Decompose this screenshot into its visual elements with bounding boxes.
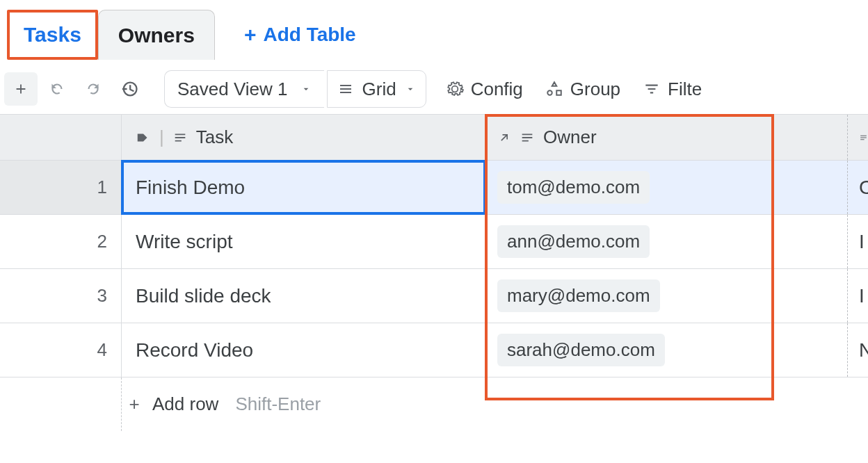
owner-chip: mary@demo.com — [497, 279, 660, 312]
tab-owners[interactable]: Owners — [98, 10, 215, 60]
task-value: Finish Demo — [136, 177, 245, 199]
rownum-cell: 2 — [0, 215, 122, 268]
chevron-down-icon — [300, 83, 312, 95]
add-row-hint: Shift-Enter — [235, 393, 321, 415]
add-table-button[interactable]: + Add Table — [234, 10, 366, 60]
saved-view-dropdown[interactable]: Saved View 1 — [164, 70, 324, 108]
rownum-cell: 1 — [0, 161, 122, 214]
rownum-value: 4 — [97, 339, 107, 361]
grid-header-row: | Task Owner — [0, 114, 868, 160]
group-label: Group — [570, 79, 620, 100]
owner-cell[interactable]: sarah@demo.com — [486, 323, 848, 377]
extra-cell[interactable]: I — [848, 215, 868, 268]
table-row[interactable]: 3 Build slide deck mary@demo.com I — [0, 268, 868, 323]
extra-value: N — [859, 339, 868, 362]
tab-tasks-label: Tasks — [24, 23, 81, 47]
owner-cell[interactable]: tom@demo.com — [486, 161, 848, 214]
undo-icon — [48, 80, 66, 98]
task-value: Record Video — [136, 339, 253, 362]
gear-icon — [446, 80, 464, 98]
add-row-footer[interactable]: + Add row Shift-Enter — [0, 377, 868, 431]
add-table-label: Add Table — [263, 24, 355, 46]
extra-column-header[interactable] — [848, 115, 868, 160]
table-row[interactable]: 1 Finish Demo tom@demo.com C — [0, 160, 868, 214]
tag-icon — [136, 130, 151, 145]
extra-cell[interactable]: C — [848, 161, 868, 214]
extra-value: C — [859, 177, 868, 199]
owner-chip: tom@demo.com — [497, 171, 650, 204]
extra-cell[interactable]: N — [848, 323, 868, 377]
undo-button[interactable] — [40, 72, 74, 106]
text-icon — [172, 130, 188, 145]
plus-icon — [13, 81, 29, 97]
text-icon — [520, 130, 535, 145]
owner-column-header[interactable]: Owner — [486, 115, 848, 160]
rownum-header — [0, 115, 122, 160]
filter-button[interactable]: Filte — [633, 70, 712, 108]
task-cell[interactable]: Finish Demo — [122, 161, 486, 214]
column-icons — [497, 130, 535, 145]
owner-cell[interactable]: mary@demo.com — [486, 269, 848, 323]
redo-button[interactable] — [77, 72, 110, 106]
owner-cell[interactable]: ann@demo.com — [486, 215, 848, 268]
task-cell[interactable]: Build slide deck — [122, 269, 486, 323]
add-row-label: Add row — [152, 393, 218, 415]
task-value: Build slide deck — [136, 285, 271, 307]
rownum-value: 1 — [97, 177, 107, 198]
filter-icon — [643, 80, 661, 98]
plus-icon: + — [244, 24, 257, 45]
chevron-down-icon — [405, 83, 416, 95]
config-button[interactable]: Config — [436, 70, 533, 108]
tab-owners-label: Owners — [118, 24, 195, 47]
rownum-cell: 3 — [0, 269, 122, 323]
group-button[interactable]: Group — [536, 70, 630, 108]
toolbar: Saved View 1 Grid Config Group Filte — [0, 61, 868, 114]
tab-tasks[interactable]: Tasks — [7, 10, 98, 60]
task-value: Write script — [136, 231, 233, 253]
filter-label: Filte — [668, 79, 702, 100]
plus-icon: + — [126, 393, 143, 415]
task-column-header[interactable]: | Task — [122, 115, 486, 160]
extra-cell[interactable]: I — [848, 269, 868, 323]
add-row-icon-button[interactable] — [4, 72, 38, 106]
table-row[interactable]: 4 Record Video sarah@demo.com N — [0, 323, 868, 377]
list-icon — [337, 81, 354, 97]
owner-chip: ann@demo.com — [497, 225, 650, 258]
text-icon — [859, 130, 868, 145]
arrow-up-right-icon — [497, 131, 511, 145]
owner-column-label: Owner — [543, 127, 597, 148]
add-row-button[interactable]: + Add row Shift-Enter — [126, 393, 321, 415]
redo-icon — [84, 80, 102, 98]
extra-value: I — [859, 231, 865, 253]
rownum-cell: 4 — [0, 323, 122, 377]
owner-chip: sarah@demo.com — [497, 334, 665, 366]
data-grid: | Task Owner 1 Finish Demo — [0, 114, 868, 431]
task-cell[interactable]: Record Video — [122, 323, 486, 377]
extra-value: I — [859, 285, 865, 307]
grid-view-label: Grid — [362, 79, 396, 100]
history-icon — [120, 79, 139, 99]
rownum-value: 2 — [97, 231, 107, 252]
history-button[interactable] — [113, 72, 146, 106]
column-icons: | — [136, 127, 188, 148]
grid-view-dropdown[interactable]: Grid — [327, 70, 426, 108]
task-cell[interactable]: Write script — [122, 215, 486, 268]
rownum-cell — [0, 377, 122, 431]
task-column-label: Task — [196, 127, 233, 148]
group-icon — [545, 80, 563, 98]
table-row[interactable]: 2 Write script ann@demo.com I — [0, 214, 868, 268]
table-tabs: Tasks Owners + Add Table — [0, 0, 868, 61]
rownum-value: 3 — [97, 285, 107, 307]
saved-view-label: Saved View 1 — [177, 79, 288, 100]
config-label: Config — [471, 79, 523, 100]
